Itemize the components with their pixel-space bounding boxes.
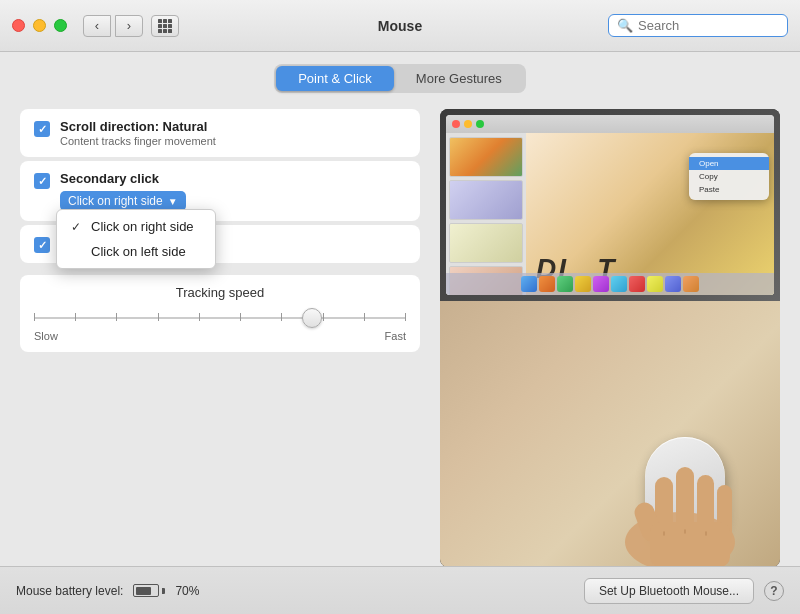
tracking-speed-section: Tracking speed <box>20 275 420 352</box>
main-content: Scroll direction: Natural Content tracks… <box>0 101 800 567</box>
secondary-click-dropdown-menu: ✓ Click on right side Click on left side <box>56 209 216 269</box>
maximize-button[interactable] <box>54 19 67 32</box>
slider-fast-label: Fast <box>385 330 406 342</box>
mouse-hand-area <box>440 301 780 567</box>
titlebar: ‹ › Mouse 🔍 <box>0 0 800 52</box>
slider-slow-label: Slow <box>34 330 58 342</box>
tick-7 <box>281 313 282 321</box>
grid-icon <box>158 19 172 33</box>
mini-close-dot <box>452 120 460 128</box>
grid-button[interactable] <box>151 15 179 37</box>
mini-max-dot <box>476 120 484 128</box>
dock-icon-8 <box>647 276 663 292</box>
cm-item-3: Paste <box>689 183 769 196</box>
battery-icon <box>133 584 165 597</box>
context-menu-sim: Open Copy Paste <box>689 153 769 200</box>
battery-tip <box>162 588 165 594</box>
secondary-click-title: Secondary click <box>60 171 186 186</box>
close-button[interactable] <box>12 19 25 32</box>
tick-3 <box>116 313 117 321</box>
sidebar-sim <box>446 133 526 295</box>
dock-icon-2 <box>539 276 555 292</box>
secondary-click-dropdown-button[interactable]: Click on right side ▼ <box>60 191 186 211</box>
window-title: Mouse <box>378 18 422 34</box>
dock-icon-4 <box>575 276 591 292</box>
scroll-direction-title: Scroll direction: Natural <box>60 119 216 134</box>
tick-6 <box>240 313 241 321</box>
preview-image: DI T Open Copy Paste <box>440 109 780 567</box>
battery-percent: 70% <box>175 584 199 598</box>
secondary-click-content: Secondary click Click on right side ▼ <box>60 171 186 211</box>
slider-thumb[interactable] <box>302 308 322 328</box>
nav-buttons: ‹ › <box>83 15 143 37</box>
bluetooth-button[interactable]: Set Up Bluetooth Mouse... <box>584 578 754 604</box>
battery-label: Mouse battery level: <box>16 584 123 598</box>
dock-icon-3 <box>557 276 573 292</box>
hand-svg <box>590 447 760 567</box>
screen-header <box>446 115 774 133</box>
dock-icon-1 <box>521 276 537 292</box>
tick-9 <box>364 313 365 321</box>
slider-ticks <box>34 313 406 321</box>
secondary-click-checkbox[interactable] <box>34 173 50 189</box>
svg-rect-6 <box>650 522 730 567</box>
dock-icon-9 <box>665 276 681 292</box>
thumb-2 <box>449 180 523 220</box>
thumb-3 <box>449 223 523 263</box>
dock-icon-6 <box>611 276 627 292</box>
cm-item-1: Open <box>689 157 769 170</box>
dropdown-option-right: Click on right side <box>91 219 194 234</box>
battery-body <box>133 584 159 597</box>
dock-icon-7 <box>629 276 645 292</box>
tracking-speed-title: Tracking speed <box>34 285 406 300</box>
minimize-button[interactable] <box>33 19 46 32</box>
search-input[interactable] <box>638 18 779 33</box>
tick-1 <box>34 313 35 321</box>
slider-labels: Slow Fast <box>34 330 406 342</box>
dropdown-item-right-side[interactable]: ✓ Click on right side <box>57 214 215 239</box>
dock-sim <box>446 273 774 295</box>
tick-5 <box>199 313 200 321</box>
slider-container: Slow Fast <box>34 308 406 342</box>
slider-track[interactable] <box>34 308 406 328</box>
tick-10 <box>405 313 406 321</box>
tick-8 <box>323 313 324 321</box>
scroll-direction-text: Scroll direction: Natural Content tracks… <box>60 119 216 147</box>
tick-4 <box>158 313 159 321</box>
scroll-direction-desc: Content tracks finger movement <box>60 135 216 147</box>
tab-point-click[interactable]: Point & Click <box>276 66 394 91</box>
mini-min-dot <box>464 120 472 128</box>
dock-icon-5 <box>593 276 609 292</box>
left-panel: Scroll direction: Natural Content tracks… <box>20 109 420 567</box>
forward-button[interactable]: › <box>115 15 143 37</box>
battery-fill <box>136 587 151 595</box>
slider-line <box>34 317 406 319</box>
scroll-direction-checkbox[interactable] <box>34 121 50 137</box>
dropdown-selected-label: Click on right side <box>68 194 163 208</box>
search-box[interactable]: 🔍 <box>608 14 788 37</box>
cm-item-2: Copy <box>689 170 769 183</box>
traffic-lights <box>12 19 67 32</box>
back-button[interactable]: ‹ <box>83 15 111 37</box>
screen-simulation: DI T Open Copy Paste <box>446 115 774 295</box>
tabs-group: Point & Click More Gestures <box>274 64 526 93</box>
thumb-1 <box>449 137 523 177</box>
checkmark-icon: ✓ <box>71 220 85 234</box>
dock-icon-10 <box>683 276 699 292</box>
tabs-container: Point & Click More Gestures <box>0 52 800 101</box>
scroll-direction-item: Scroll direction: Natural Content tracks… <box>20 109 420 157</box>
tab-more-gestures[interactable]: More Gestures <box>394 66 524 91</box>
help-button[interactable]: ? <box>764 581 784 601</box>
secondary-click-item: Secondary click Click on right side ▼ ✓ … <box>20 161 420 221</box>
dropdown-item-left-side[interactable]: Click on left side <box>57 239 215 264</box>
search-icon: 🔍 <box>617 18 633 33</box>
double-tap-checkbox[interactable] <box>34 237 50 253</box>
chevron-down-icon: ▼ <box>168 196 178 207</box>
tick-2 <box>75 313 76 321</box>
main-doc: DI T Open Copy Paste <box>526 133 774 295</box>
dropdown-option-left: Click on left side <box>91 244 186 259</box>
bottom-bar: Mouse battery level: 70% Set Up Bluetoot… <box>0 566 800 614</box>
preview-panel: DI T Open Copy Paste <box>440 109 780 567</box>
screen-content: DI T Open Copy Paste <box>446 133 774 295</box>
